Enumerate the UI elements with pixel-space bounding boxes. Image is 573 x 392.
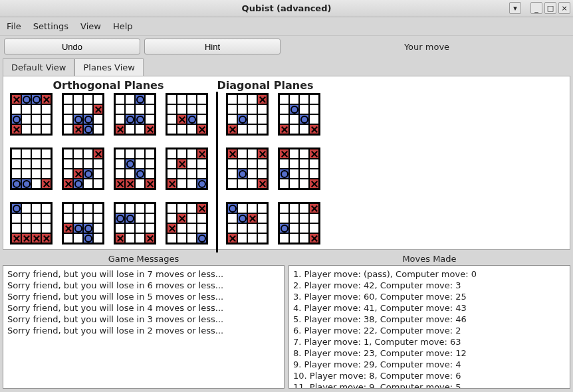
board-cell[interactable] [197, 94, 207, 104]
board-cell[interactable] [227, 124, 237, 134]
game-board[interactable] [278, 93, 320, 136]
board-cell[interactable] [177, 233, 187, 243]
board-cell[interactable] [41, 179, 51, 189]
board-cell[interactable] [115, 159, 125, 169]
board-cell[interactable] [145, 104, 155, 114]
board-cell[interactable] [11, 233, 21, 243]
board-cell[interactable] [177, 223, 187, 233]
board-cell[interactable] [257, 114, 267, 124]
board-cell[interactable] [227, 149, 237, 159]
board-cell[interactable] [83, 94, 93, 104]
board-cell[interactable] [125, 203, 135, 213]
board-cell[interactable] [41, 233, 51, 243]
board-cell[interactable] [187, 179, 197, 189]
game-messages-body[interactable]: Sorry friend, but you will lose in 7 mov… [3, 265, 285, 389]
board-cell[interactable] [93, 223, 103, 233]
board-cell[interactable] [21, 149, 31, 159]
board-cell[interactable] [227, 203, 237, 213]
board-cell[interactable] [145, 213, 155, 223]
board-cell[interactable] [21, 233, 31, 243]
board-cell[interactable] [125, 223, 135, 233]
board-cell[interactable] [125, 124, 135, 134]
board-cell[interactable] [31, 94, 41, 104]
board-cell[interactable] [135, 124, 145, 134]
board-cell[interactable] [237, 179, 247, 189]
board-cell[interactable] [41, 104, 51, 114]
board-cell[interactable] [93, 169, 103, 179]
board-cell[interactable] [167, 213, 177, 223]
board-cell[interactable] [167, 104, 177, 114]
board-cell[interactable] [247, 94, 257, 104]
board-cell[interactable] [279, 94, 289, 104]
board-cell[interactable] [21, 124, 31, 134]
board-cell[interactable] [187, 233, 197, 243]
board-cell[interactable] [73, 104, 83, 114]
board-cell[interactable] [63, 159, 73, 169]
board-cell[interactable] [93, 179, 103, 189]
board-cell[interactable] [299, 159, 309, 169]
board-cell[interactable] [73, 203, 83, 213]
board-cell[interactable] [63, 169, 73, 179]
hint-button[interactable]: Hint [144, 39, 281, 54]
board-cell[interactable] [93, 233, 103, 243]
board-cell[interactable] [237, 104, 247, 114]
board-cell[interactable] [73, 114, 83, 124]
board-cell[interactable] [11, 223, 21, 233]
game-board[interactable] [114, 147, 156, 190]
window-maximize-button[interactable]: □ [544, 2, 556, 14]
board-cell[interactable] [279, 179, 289, 189]
board-cell[interactable] [299, 233, 309, 243]
board-cell[interactable] [289, 233, 299, 243]
board-cell[interactable] [167, 203, 177, 213]
board-cell[interactable] [299, 169, 309, 179]
window-close-button[interactable]: × [558, 2, 570, 14]
board-cell[interactable] [63, 213, 73, 223]
board-cell[interactable] [135, 179, 145, 189]
board-cell[interactable] [63, 223, 73, 233]
game-board[interactable] [166, 93, 208, 136]
board-cell[interactable] [247, 124, 257, 134]
board-cell[interactable] [135, 94, 145, 104]
board-cell[interactable] [257, 223, 267, 233]
board-cell[interactable] [309, 179, 319, 189]
board-cell[interactable] [11, 124, 21, 134]
game-board[interactable] [62, 93, 104, 136]
undo-button[interactable]: Undo [4, 39, 140, 54]
board-cell[interactable] [115, 203, 125, 213]
board-cell[interactable] [227, 104, 237, 114]
board-cell[interactable] [125, 104, 135, 114]
board-cell[interactable] [237, 114, 247, 124]
board-cell[interactable] [93, 203, 103, 213]
game-board[interactable] [10, 93, 53, 136]
board-cell[interactable] [299, 203, 309, 213]
game-board[interactable] [114, 93, 156, 136]
board-cell[interactable] [187, 114, 197, 124]
board-cell[interactable] [247, 104, 257, 114]
board-cell[interactable] [289, 149, 299, 159]
board-cell[interactable] [41, 159, 51, 169]
board-cell[interactable] [187, 223, 197, 233]
board-cell[interactable] [177, 104, 187, 114]
board-cell[interactable] [227, 223, 237, 233]
board-cell[interactable] [31, 124, 41, 134]
board-cell[interactable] [145, 169, 155, 179]
board-cell[interactable] [145, 124, 155, 134]
board-cell[interactable] [93, 114, 103, 124]
board-cell[interactable] [187, 94, 197, 104]
board-cell[interactable] [309, 149, 319, 159]
board-cell[interactable] [167, 94, 177, 104]
board-cell[interactable] [289, 104, 299, 114]
board-cell[interactable] [309, 203, 319, 213]
board-cell[interactable] [145, 94, 155, 104]
board-cell[interactable] [247, 179, 257, 189]
board-cell[interactable] [115, 149, 125, 159]
board-cell[interactable] [83, 169, 93, 179]
board-cell[interactable] [237, 94, 247, 104]
board-cell[interactable] [73, 159, 83, 169]
board-cell[interactable] [167, 169, 177, 179]
board-cell[interactable] [257, 94, 267, 104]
board-cell[interactable] [115, 169, 125, 179]
board-cell[interactable] [257, 149, 267, 159]
menu-settings[interactable]: Settings [33, 21, 68, 31]
board-cell[interactable] [237, 159, 247, 169]
